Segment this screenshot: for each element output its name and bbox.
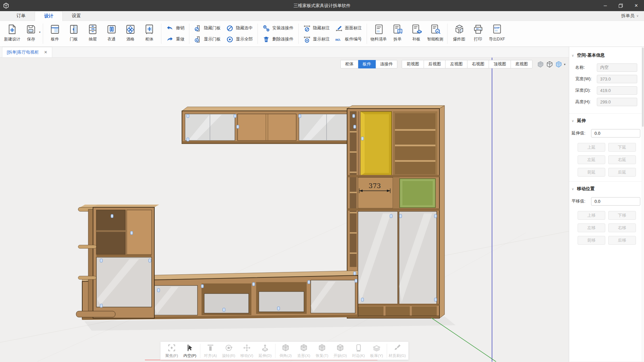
connector-marker[interactable] (237, 125, 239, 128)
move-back-button: 后移 (608, 236, 636, 245)
face-dimension-label: 面面标注 (345, 25, 362, 31)
translate-value-row: 平移值: (572, 197, 644, 206)
maximize-restore-button[interactable] (613, 0, 628, 11)
rail-icon (106, 24, 117, 35)
connector-marker[interactable] (299, 114, 301, 118)
doc-tab-living-room-tv[interactable]: [拆单]客厅电视柜 ✕ (2, 47, 52, 57)
connector-marker[interactable] (361, 137, 364, 140)
space-name-row: 名称: (575, 63, 644, 72)
connector-marker[interactable] (390, 214, 392, 218)
door-button[interactable]: 门板 (64, 23, 83, 42)
split-order-button[interactable]: 拆单 (388, 23, 407, 42)
wine-rack-button[interactable]: 酒格 (121, 23, 140, 42)
connector-marker[interactable] (354, 125, 356, 128)
chevron-down-icon[interactable]: ▾ (564, 63, 565, 66)
connector-marker[interactable] (157, 289, 160, 292)
connector-marker[interactable] (100, 304, 102, 307)
left-tower-cabinet[interactable] (76, 205, 159, 318)
view-panel-button[interactable]: 板件 (358, 60, 376, 68)
connector-marker[interactable] (100, 259, 102, 262)
space-basic-info-header[interactable]: ∨空间-基本信息 (569, 50, 644, 60)
display-solid-button[interactable] (537, 61, 544, 68)
view-connector-button[interactable]: 连接件 (376, 60, 398, 68)
redo-button[interactable]: 重做 (164, 34, 187, 44)
cabinet-button[interactable]: 柜体 (140, 23, 159, 42)
show-dimensions-button[interactable]: 显示标注 (301, 34, 332, 44)
selected-space-green[interactable] (400, 179, 435, 208)
tab-design[interactable]: 设计 (35, 11, 63, 21)
tab-order[interactable]: 订单 (7, 11, 35, 21)
panel-scrollbar[interactable] (642, 47, 644, 362)
face-dimension-button[interactable]: 面面标注 (333, 23, 364, 33)
panel-button[interactable]: 板件 (45, 23, 64, 42)
save-button[interactable]: 保存▾ (22, 23, 40, 42)
view-bottom-button[interactable]: 底视图 (511, 60, 533, 68)
selected-space-yellow[interactable] (361, 112, 392, 176)
display-transparent-button[interactable] (555, 61, 562, 68)
connector-marker[interactable] (399, 214, 402, 218)
delete-connectors-button[interactable]: 删除连接件 (260, 34, 296, 44)
explode-view-button[interactable]: 爆炸图 (450, 23, 469, 42)
view-top-button[interactable]: 顶视图 (489, 60, 511, 68)
dimension-label: 373 (369, 182, 381, 189)
connector-marker[interactable] (201, 284, 204, 288)
smart-check-button[interactable]: 智能检测 (426, 23, 445, 42)
display-wire-button[interactable] (546, 61, 553, 68)
connector-marker[interactable] (361, 298, 364, 301)
role-selector[interactable]: 拆单员 ∨ (621, 13, 639, 19)
minimize-button[interactable]: ─ (597, 0, 613, 11)
panel-number-button[interactable]: NO.板件编号 (333, 34, 364, 44)
chevron-down-icon: ∨ (572, 187, 574, 191)
print-button[interactable]: 打印 (469, 23, 488, 42)
view-front-button[interactable]: 前视图 (402, 60, 424, 68)
connector-marker[interactable] (187, 114, 189, 118)
focus-tool[interactable]: 聚焦(F) (163, 343, 181, 358)
extend-section-header[interactable]: ∨延伸 (569, 115, 644, 126)
connector-marker[interactable] (149, 259, 151, 262)
connector-marker[interactable] (223, 308, 225, 311)
drawer-button[interactable]: 抽屉 (83, 23, 102, 42)
bom-list-button[interactable]: 物料清单 (369, 23, 388, 42)
clothes-rail-button[interactable]: 衣通 (102, 23, 121, 42)
move-position-header[interactable]: ∨移动位置 (569, 183, 644, 194)
connector-marker[interactable] (111, 214, 113, 218)
connector-marker[interactable] (354, 272, 356, 275)
view-back-button[interactable]: 后视图 (424, 60, 446, 68)
connector-marker[interactable] (234, 114, 236, 118)
dropdown-caret-icon[interactable]: ▾ (39, 31, 40, 34)
hide-selected-button[interactable]: 隐藏选中 (224, 23, 255, 33)
close-icon[interactable]: ✕ (44, 50, 47, 55)
undo-button[interactable]: 撤销 (164, 23, 187, 33)
show-all-button[interactable]: 显示全部 (224, 34, 255, 44)
install-connectors-button[interactable]: 安装连接件 (260, 23, 296, 33)
view-right-button[interactable]: 右视图 (467, 60, 489, 68)
connector-marker[interactable] (352, 114, 355, 118)
scrollbar-thumb[interactable] (642, 48, 644, 127)
tab-settings[interactable]: 设置 (63, 11, 90, 21)
connector-marker[interactable] (308, 280, 310, 284)
extend-value-input[interactable] (591, 129, 640, 138)
section-title: 移动位置 (577, 186, 594, 192)
patch-panel-button[interactable]: 补板 (407, 23, 426, 42)
export-dxf-button[interactable]: DXF导出DXF (488, 23, 507, 42)
hide-dimensions-button[interactable]: 隐藏标注 (301, 23, 332, 33)
connector-marker[interactable] (277, 307, 280, 310)
view-cabinet-button[interactable]: 柜体 (340, 60, 358, 68)
connector-marker[interactable] (130, 231, 133, 235)
connector-marker[interactable] (434, 214, 437, 218)
inner-space-tool[interactable]: 内空(P) (181, 343, 199, 358)
connector-marker[interactable] (434, 298, 437, 301)
translate-value-input[interactable] (591, 197, 640, 206)
new-design-button[interactable]: 新建设计 (3, 23, 22, 42)
hide-doors-button[interactable]: 隐藏门板 (192, 23, 223, 33)
connector-marker[interactable] (355, 279, 357, 282)
top-cabinet-row[interactable] (182, 107, 363, 144)
show-doors-button[interactable]: 显示门板 (192, 34, 223, 44)
3d-viewport[interactable]: 373 柜体板件连接件 前视图后视图左视图右视图顶视图底视图 ▾ 聚焦(F)内空… (0, 58, 569, 362)
connector-marker[interactable] (252, 282, 255, 286)
connector-marker[interactable] (187, 138, 189, 141)
shape-icon (300, 343, 308, 352)
close-button[interactable]: ✕ (628, 0, 644, 11)
view-left-button[interactable]: 左视图 (446, 60, 467, 68)
show-dimension-icon (303, 36, 311, 43)
